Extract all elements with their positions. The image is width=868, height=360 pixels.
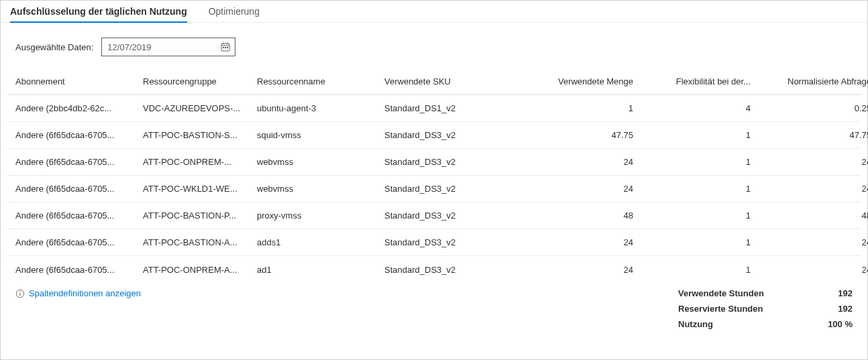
- date-selector-row: Ausgewählte Daten: 12/07/2019: [1, 23, 867, 68]
- cell-resource-name: webvmss: [257, 157, 384, 167]
- cell-subscription: Andere (6f65dcaa-6705...: [15, 237, 143, 247]
- tab-daily-usage[interactable]: Aufschlüsselung der täglichen Nutzung: [10, 1, 187, 22]
- table-header-row: Abonnement Ressourcengruppe Ressourcenna…: [7, 68, 861, 95]
- cell-used-sku: Standard_DS3_v2: [384, 157, 519, 167]
- cell-flexibility: 1: [636, 130, 753, 140]
- cell-used-qty: 47.75: [519, 130, 636, 140]
- column-definitions-link-text: Spaltendefinitionen anzeigen: [29, 288, 141, 298]
- usage-table: Abonnement Ressourcengruppe Ressourcenna…: [1, 68, 867, 283]
- calendar-icon: [220, 42, 231, 52]
- reserved-hours-label: Reservierte Stunden: [678, 304, 806, 314]
- info-icon: [15, 289, 25, 298]
- table-row[interactable]: Andere (6f65dcaa-6705...ATT-POC-BASTION-…: [7, 202, 861, 229]
- cell-used-qty: 24: [519, 237, 636, 247]
- col-resource-name[interactable]: Ressourcenname: [257, 76, 384, 86]
- cell-resource-group: ATT-POC-BASTION-P...: [143, 211, 257, 221]
- cell-used-qty: 48: [519, 211, 636, 221]
- cell-resource-name: webvmss: [257, 184, 384, 194]
- cell-used-sku: Standard_DS3_v2: [384, 211, 519, 221]
- col-flexibility[interactable]: Flexibilität bei der...: [636, 76, 753, 86]
- cell-resource-name: ubuntu-agent-3: [257, 103, 384, 113]
- table-body: Andere (2bbc4db2-62c...VDC-AZUREDEVOPS-.…: [7, 95, 861, 283]
- cell-normalized: 0.25: [753, 103, 868, 113]
- col-normalized[interactable]: Normalisierte Abfrage: [753, 76, 868, 86]
- cell-subscription: Andere (6f65dcaa-6705...: [15, 157, 143, 167]
- cell-normalized: 47.75: [753, 130, 868, 140]
- tab-optimization[interactable]: Optimierung: [209, 1, 260, 22]
- cell-subscription: Andere (6f65dcaa-6705...: [15, 184, 143, 194]
- date-selector-label: Ausgewählte Daten:: [15, 42, 93, 52]
- cell-used-qty: 24: [519, 157, 636, 167]
- table-row[interactable]: Andere (6f65dcaa-6705...ATT-POC-ONPREM-.…: [7, 149, 861, 176]
- cell-flexibility: 4: [636, 103, 753, 113]
- table-row[interactable]: Andere (6f65dcaa-6705...ATT-POC-ONPREM-A…: [7, 256, 861, 283]
- cell-flexibility: 1: [636, 157, 753, 167]
- cell-resource-name: squid-vmss: [257, 130, 384, 140]
- usage-panel: Aufschlüsselung der täglichen Nutzung Op…: [0, 0, 868, 360]
- col-resource-group[interactable]: Ressourcengruppe: [143, 76, 257, 86]
- cell-resource-group: VDC-AZUREDEVOPS-...: [143, 103, 257, 113]
- cell-resource-group: ATT-POC-ONPREM-...: [143, 157, 257, 167]
- svg-rect-4: [223, 47, 224, 48]
- cell-resource-name: ad1: [257, 265, 384, 275]
- cell-resource-group: ATT-POC-BASTION-A...: [143, 237, 257, 247]
- tab-bar: Aufschlüsselung der täglichen Nutzung Op…: [1, 1, 867, 23]
- cell-resource-group: ATT-POC-ONPREM-A...: [143, 265, 257, 275]
- column-definitions-link[interactable]: Spaltendefinitionen anzeigen: [15, 288, 141, 298]
- cell-used-sku: Standard_DS3_v2: [384, 130, 519, 140]
- date-input-value: 12/07/2019: [107, 42, 151, 52]
- date-input[interactable]: 12/07/2019: [101, 38, 235, 56]
- cell-used-sku: Standard_DS3_v2: [384, 265, 519, 275]
- col-subscription[interactable]: Abonnement: [15, 76, 143, 86]
- svg-rect-5: [225, 47, 226, 48]
- cell-flexibility: 1: [636, 265, 753, 275]
- col-used-qty[interactable]: Verwendete Menge: [519, 76, 636, 86]
- cell-used-sku: Standard_DS3_v2: [384, 184, 519, 194]
- cell-used-sku: Standard_DS3_v2: [384, 237, 519, 247]
- cell-subscription: Andere (6f65dcaa-6705...: [15, 211, 143, 221]
- table-row[interactable]: Andere (6f65dcaa-6705...ATT-POC-BASTION-…: [7, 229, 861, 256]
- cell-normalized: 24: [753, 237, 868, 247]
- used-hours-label: Verwendete Stunden: [678, 288, 806, 298]
- cell-resource-group: ATT-POC-WKLD1-WE...: [143, 184, 257, 194]
- cell-resource-name: adds1: [257, 237, 384, 247]
- table-row[interactable]: Andere (6f65dcaa-6705...ATT-POC-WKLD1-WE…: [7, 176, 861, 202]
- cell-normalized: 24: [753, 184, 868, 194]
- cell-subscription: Andere (2bbc4db2-62c...: [15, 103, 143, 113]
- cell-normalized: 24: [753, 265, 868, 275]
- tab-optimization-label: Optimierung: [209, 6, 260, 17]
- cell-flexibility: 1: [636, 237, 753, 247]
- cell-resource-name: proxy-vmss: [257, 211, 384, 221]
- cell-normalized: 24: [753, 157, 868, 167]
- col-used-sku[interactable]: Verwendete SKU: [384, 76, 519, 86]
- tab-daily-usage-label: Aufschlüsselung der täglichen Nutzung: [10, 6, 187, 17]
- reserved-hours-value: 192: [806, 304, 853, 314]
- svg-point-9: [19, 291, 20, 292]
- cell-used-qty: 1: [519, 103, 636, 113]
- utilization-value: 100 %: [806, 319, 853, 329]
- summary-block: Verwendete Stunden 192 Reservierte Stund…: [678, 288, 853, 329]
- cell-used-qty: 24: [519, 265, 636, 275]
- cell-subscription: Andere (6f65dcaa-6705...: [15, 130, 143, 140]
- cell-used-sku: Standard_DS1_v2: [384, 103, 519, 113]
- cell-normalized: 48: [753, 211, 868, 221]
- utilization-label: Nutzung: [678, 319, 806, 329]
- table-footer: Spaltendefinitionen anzeigen Verwendete …: [1, 283, 867, 329]
- cell-used-qty: 24: [519, 184, 636, 194]
- svg-rect-6: [227, 47, 228, 48]
- table-row[interactable]: Andere (6f65dcaa-6705...ATT-POC-BASTION-…: [7, 122, 861, 149]
- cell-flexibility: 1: [636, 211, 753, 221]
- table-row[interactable]: Andere (2bbc4db2-62c...VDC-AZUREDEVOPS-.…: [7, 95, 861, 122]
- cell-resource-group: ATT-POC-BASTION-S...: [143, 130, 257, 140]
- cell-flexibility: 1: [636, 184, 753, 194]
- used-hours-value: 192: [806, 288, 853, 298]
- cell-subscription: Andere (6f65dcaa-6705...: [15, 265, 143, 275]
